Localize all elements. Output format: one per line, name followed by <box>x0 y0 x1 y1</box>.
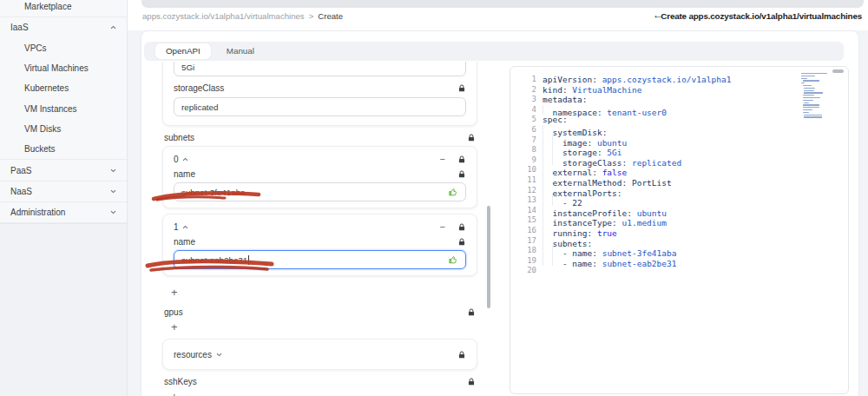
subnet-0-collapse-header[interactable]: 0− <box>174 153 466 166</box>
editor-minimap[interactable] <box>801 73 836 122</box>
chevron-up-icon <box>110 25 116 30</box>
top-toolbar-strip <box>141 0 864 8</box>
subnet-name-label: name <box>174 169 195 179</box>
storage-class-label: storageClass <box>174 83 224 93</box>
token-str: replicated <box>627 157 681 167</box>
add-subnet-button[interactable]: + <box>162 285 477 299</box>
sidebar-item-paas[interactable]: PaaS <box>0 160 127 180</box>
add-gpu-button[interactable]: + <box>162 320 477 333</box>
line-content: spec: <box>542 115 568 125</box>
thumbs-up-icon[interactable] <box>448 187 458 197</box>
minimap-line <box>803 109 813 110</box>
line-number: 17 <box>510 236 536 247</box>
yaml-code[interactable]: 1apiVersion: apps.cozystack.io/v1alpha12… <box>510 75 848 276</box>
tab-openapi[interactable]: OpenAPI <box>155 43 211 59</box>
indent-guide <box>542 105 552 116</box>
line-content: namespace: tenant-user0 <box>542 105 667 116</box>
sidebar-item-vpcs[interactable]: VPCs <box>0 38 127 58</box>
indent-guide <box>552 135 562 146</box>
sidebar-item-kubernetes[interactable]: Kubernetes <box>0 78 127 98</box>
line-number: 5 <box>510 115 536 125</box>
line-content: - name: subnet-3fe41aba <box>542 246 676 256</box>
sidebar-empty-area <box>0 223 127 396</box>
form-scrollbar-thumb[interactable] <box>487 206 490 308</box>
lock-icon[interactable] <box>457 237 466 247</box>
code-line: 18- name: subnet-3fe41aba <box>510 246 848 256</box>
minimap-line <box>804 90 814 91</box>
lock-icon[interactable] <box>467 377 476 386</box>
indent-guide <box>542 175 552 186</box>
indent-guide <box>542 246 552 256</box>
sidebar-item-label: VM Instances <box>24 104 77 114</box>
line-number: 1 <box>510 75 536 85</box>
sidebar-item-vm-disks[interactable]: VM Disks <box>0 119 127 139</box>
sidebar-item-naas[interactable]: NaaS <box>0 182 127 201</box>
add-ssh-key-button[interactable]: + <box>162 389 477 396</box>
editor-scrollbar-thumb[interactable] <box>832 69 844 73</box>
sidebar-item-label: VM Disks <box>24 124 61 134</box>
minimap-line <box>801 76 815 76</box>
chevron-down-icon <box>110 168 116 173</box>
code-line: 8storage: 5Gi <box>510 145 848 155</box>
ssh-keys-label: sshKeys <box>164 377 197 386</box>
storage-input[interactable]: 5Gi <box>174 62 466 76</box>
indent-guide <box>542 145 552 155</box>
line-number: 18 <box>510 246 536 256</box>
thumbs-up-icon[interactable] <box>448 254 458 265</box>
sidebar-item-label: IaaS <box>10 23 29 32</box>
indent-guide <box>552 145 562 155</box>
lock-icon[interactable] <box>457 350 466 360</box>
sidebar-item-virtual-machines[interactable]: Virtual Machines <box>0 58 127 78</box>
line-content: - name: subnet-eab2be31 <box>542 256 676 267</box>
code-line: 2kind: VirtualMachine <box>510 85 848 96</box>
resources-expander[interactable]: resources <box>174 347 466 361</box>
sidebar-item-label: Buckets <box>24 144 56 154</box>
token-key: kind: <box>542 85 568 95</box>
sidebar-item-vm-instances[interactable]: VM Instances <box>0 98 127 118</box>
breadcrumb-path-link[interactable]: apps.cozystack.io/v1alpha1/virtualmachin… <box>142 11 305 21</box>
gpus-label: gpus <box>164 307 183 317</box>
lock-icon[interactable] <box>457 169 466 179</box>
remove-subnet-button[interactable]: − <box>440 222 445 232</box>
lock-icon[interactable] <box>467 307 476 317</box>
code-line: 3metadata: <box>510 95 848 105</box>
sidebar-item-administration[interactable]: Administration <box>0 202 127 222</box>
sidebar-item-label: VPCs <box>24 43 47 53</box>
lock-icon[interactable] <box>457 83 466 93</box>
token-pln: - <box>562 258 572 267</box>
subnet-name-value: subnet-3fe41aba <box>181 188 246 197</box>
line-number: 15 <box>510 215 536 226</box>
line-content: storageClass: replicated <box>542 155 681 166</box>
subnet-index: 0 <box>174 155 179 164</box>
remove-subnet-button[interactable]: − <box>440 155 445 164</box>
lock-icon[interactable] <box>457 222 466 232</box>
subnet-1-collapse-header[interactable]: 1− <box>174 221 466 234</box>
subnet-name-input-1[interactable]: subnet-eab2be31 <box>174 250 466 269</box>
minimap-line <box>803 104 820 105</box>
line-number: 13 <box>510 195 536 206</box>
line-number: 7 <box>510 135 536 146</box>
storage-class-input[interactable]: replicated <box>174 97 466 116</box>
breadcrumb: apps.cozystack.io/v1alpha1/virtualmachin… <box>142 11 343 21</box>
code-line: 17subnets: <box>510 236 848 247</box>
sidebar-item-buckets[interactable]: Buckets <box>0 139 127 159</box>
sidebar-item-marketplace[interactable]: Marketplace <box>0 0 127 16</box>
indent-guide <box>542 195 552 206</box>
minimap-line <box>803 112 810 113</box>
chevron-down-icon <box>216 353 222 357</box>
tab-manual[interactable]: Manual <box>216 43 265 59</box>
token-key: apiVersion: <box>542 75 597 84</box>
subnet-list: 0−namesubnet-3fe41aba1−namesubnet-eab2be… <box>162 146 477 276</box>
sidebar-item-iaas[interactable]: IaaS <box>0 17 127 37</box>
line-content: image: ubuntu <box>542 135 627 146</box>
lock-icon[interactable] <box>457 155 466 164</box>
indent-guide <box>542 125 552 135</box>
yaml-editor[interactable]: 1apiVersion: apps.cozystack.io/v1alpha12… <box>510 66 849 394</box>
storage-value: 5Gi <box>181 63 194 72</box>
resources-label: resources <box>174 350 212 360</box>
code-line: 20 <box>510 266 848 276</box>
chevron-up-icon <box>182 157 188 162</box>
subnet-name-input-0[interactable]: subnet-3fe41aba <box>174 182 466 201</box>
sidebar-item-label: Administration <box>10 208 65 217</box>
lock-icon[interactable] <box>467 133 476 142</box>
